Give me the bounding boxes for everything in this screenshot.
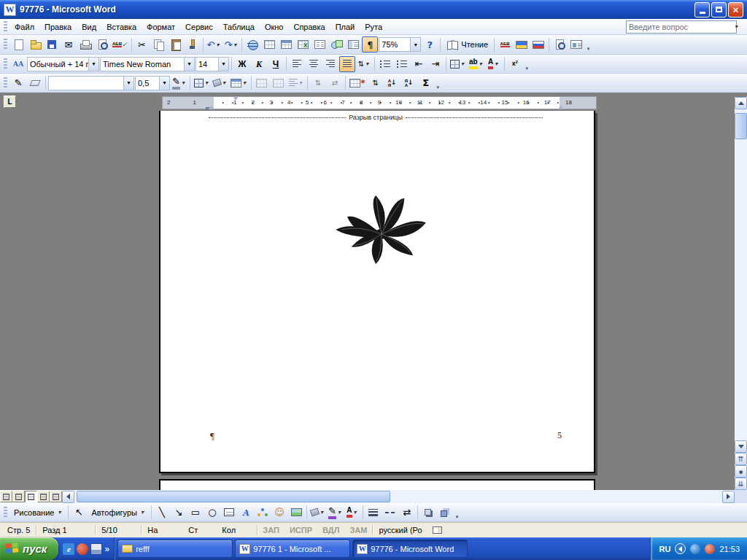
hidden-icons-button[interactable] (675, 543, 686, 554)
menu-item[interactable]: Правка (39, 20, 77, 34)
increase-indent-button[interactable]: ⇥ (427, 56, 444, 72)
bold-button[interactable]: Ж (234, 56, 250, 72)
styles-and-formatting-button[interactable]: АА (10, 56, 26, 72)
internet-explorer-icon[interactable]: e (63, 543, 74, 555)
dropdown-arrow-icon[interactable] (352, 509, 358, 516)
show-desktop-icon[interactable] (90, 543, 102, 555)
dropdown-arrow-icon[interactable] (241, 79, 247, 86)
menu-item[interactable]: Файл (9, 20, 39, 34)
task-refff[interactable]: refff (117, 540, 233, 558)
question-input[interactable] (627, 23, 735, 31)
fill-color-button[interactable] (309, 505, 326, 521)
dropdown-arrow-icon[interactable] (298, 79, 303, 86)
toolbar-grip[interactable] (4, 39, 7, 50)
combo-arrow-icon[interactable] (88, 58, 98, 71)
next-page-button[interactable]: ⇊ (735, 478, 747, 490)
tables-and-borders-button[interactable] (261, 36, 277, 52)
scroll-up-button[interactable] (735, 97, 747, 109)
scroll-right-button[interactable] (722, 491, 735, 503)
draw-table-button[interactable]: ✎ (10, 75, 26, 91)
combo-arrow-icon[interactable] (123, 77, 133, 90)
toolbar-grip[interactable] (4, 58, 7, 70)
outside-border-button[interactable] (449, 56, 467, 72)
font-color-button[interactable]: А (486, 56, 502, 72)
oval-tool-button[interactable]: ○ (204, 505, 220, 521)
menu-item[interactable]: Сервис (180, 20, 218, 34)
flower-image[interactable] (331, 192, 432, 269)
document-map-button[interactable] (345, 36, 361, 52)
print-layout-view-button[interactable] (25, 491, 37, 502)
wordart-button[interactable]: А (238, 505, 254, 521)
rectangle-tool-button[interactable]: ▭ (187, 505, 204, 521)
line-style-combo[interactable] (48, 76, 134, 90)
menu-item[interactable]: Рута (360, 20, 387, 34)
undo-button[interactable]: ↶ (206, 36, 222, 52)
dropdown-arrow-icon[interactable] (460, 61, 465, 67)
cut-button[interactable]: ✂ (134, 36, 150, 52)
dropdown-arrow-icon[interactable] (180, 79, 186, 86)
zoom-combo[interactable]: 75% (379, 37, 421, 52)
distribute-rows-button[interactable]: ⇅ (310, 75, 326, 91)
arrow-style-button[interactable]: ⇄ (399, 505, 415, 521)
menu-item[interactable]: Вставка (101, 20, 142, 34)
web-layout-view-button[interactable] (12, 491, 25, 502)
vertical-scrollbar[interactable]: ⇈ ● ⇊ (735, 97, 747, 490)
arrow-tool-button[interactable]: ↘ (171, 505, 187, 521)
task-word-document-1[interactable]: W 97776 1 - Microsoft ... (235, 540, 350, 558)
dropdown-arrow-icon[interactable] (478, 61, 484, 67)
format-painter-button[interactable] (185, 36, 201, 52)
show-formatting-marks-button[interactable]: ¶ (362, 36, 378, 52)
restore-button[interactable] (711, 2, 727, 18)
insert-picture-button[interactable] (288, 505, 304, 521)
dropdown-arrow-icon[interactable] (232, 42, 238, 48)
first-line-indent-marker[interactable] (233, 96, 239, 101)
menu-item[interactable]: Вид (77, 20, 101, 34)
right-indent-marker[interactable] (558, 105, 564, 109)
merge-cells-button[interactable] (254, 75, 270, 91)
outline-view-button[interactable] (37, 491, 50, 502)
dropdown-arrow-icon[interactable] (221, 79, 227, 86)
dropdown-arrow-icon[interactable] (364, 61, 370, 67)
shadow-style-button[interactable] (420, 505, 436, 521)
drawing-toolbar-button[interactable] (328, 36, 344, 52)
dropdown-arrow-icon[interactable] (204, 79, 209, 86)
toolbar-grip[interactable] (4, 77, 7, 89)
new-document-button[interactable] (10, 36, 26, 52)
print-preview-button[interactable] (94, 36, 110, 52)
word-app-icon[interactable]: W (4, 4, 16, 16)
normal-view-button[interactable] (0, 491, 12, 502)
toolbar-options-button[interactable] (454, 505, 460, 520)
line-tool-button[interactable]: ╲ (154, 505, 170, 521)
insert-table-menu-button[interactable] (229, 75, 249, 91)
paste-button[interactable] (168, 36, 184, 52)
highlight-button[interactable]: ab (468, 56, 485, 72)
document-page[interactable]: Разрыв страницы (159, 111, 595, 473)
font-combo[interactable]: Times New Roman (100, 57, 195, 71)
toolbar-grip[interactable] (4, 21, 7, 33)
vertical-scroll-track[interactable] (735, 109, 747, 440)
status-toggle[interactable]: ЗАП (258, 526, 285, 534)
text-box-button[interactable] (221, 505, 237, 521)
spelling-button[interactable]: АБВ✓ (111, 36, 129, 52)
style-combo[interactable]: Обычный + 14 г (27, 57, 99, 71)
numbered-list-button[interactable] (377, 56, 393, 72)
scroll-down-button[interactable] (735, 440, 747, 453)
dropdown-arrow-icon[interactable] (493, 61, 499, 67)
status-toggle[interactable]: ВДЛ (317, 526, 344, 534)
align-right-button[interactable] (322, 56, 338, 72)
vertical-scroll-thumb[interactable] (735, 113, 747, 139)
autosum-button[interactable]: Σ (418, 75, 434, 91)
status-toggle[interactable]: ИСПР (285, 526, 317, 534)
insert-table-button[interactable] (278, 36, 294, 52)
split-cells-button[interactable] (271, 75, 287, 91)
borders-button[interactable] (193, 75, 211, 91)
insert-hyperlink-button[interactable] (244, 36, 260, 52)
menu-item[interactable]: Плай (330, 20, 360, 34)
status-language[interactable]: русский (Ро (373, 526, 427, 534)
justify-button[interactable] (339, 56, 355, 72)
copy-button[interactable] (151, 36, 167, 52)
language-indicator[interactable]: RU (659, 545, 671, 553)
menu-item[interactable]: Формат (142, 20, 180, 34)
horizontal-ruler[interactable]: 21 123456789101112131415161718 (162, 96, 597, 109)
border-color-button[interactable]: ✎ (171, 75, 187, 91)
